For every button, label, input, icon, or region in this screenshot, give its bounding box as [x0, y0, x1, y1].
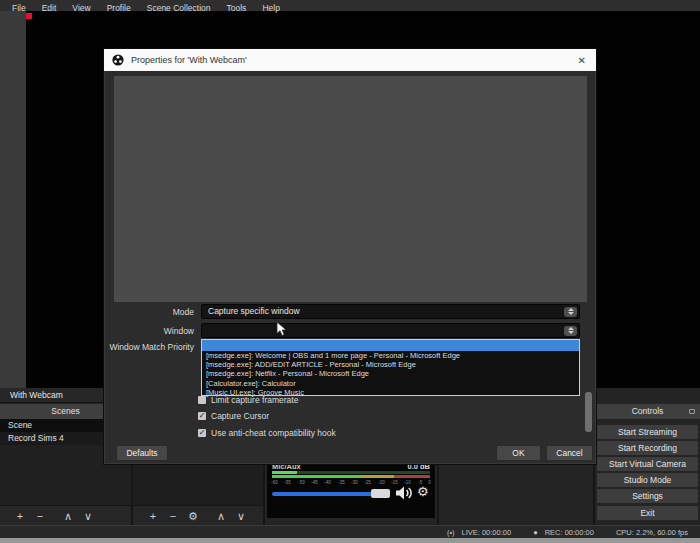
menu-item[interactable]: View	[64, 3, 98, 13]
exit-button[interactable]: Exit	[597, 506, 698, 520]
capture-cursor-checkbox[interactable]: ✓ Capture Cursor	[198, 411, 269, 421]
checkbox-icon[interactable]: ✓	[198, 429, 206, 437]
dialog-title: Properties for 'With Webcam'	[131, 55, 576, 65]
live-timer: LIVE: 00:00:00	[462, 528, 512, 537]
start-streaming-button[interactable]: Start Streaming	[597, 425, 698, 439]
controls-dock-header[interactable]: Controls	[595, 404, 700, 419]
dropdown-option-selected-blank[interactable]	[202, 340, 579, 351]
mode-dropdown-spinner[interactable]	[564, 307, 577, 317]
rec-dot-icon: ●	[533, 528, 538, 537]
move-source-up-icon[interactable]: ∧	[211, 506, 231, 526]
obs-studio-window: FileEditViewProfileScene CollectionTools…	[0, 0, 700, 543]
menu-item[interactable]: File	[4, 3, 34, 13]
properties-dialog: Properties for 'With Webcam' ✕ Mode Capt…	[103, 48, 597, 465]
cpu-fps-stats: CPU: 2.2%, 60.00 fps	[616, 528, 688, 537]
taskbar-strip	[0, 538, 700, 543]
volume-meter-top	[272, 471, 430, 474]
menu-item[interactable]: Edit	[34, 3, 65, 13]
move-scene-up-icon[interactable]: ∧	[58, 506, 78, 526]
dropdown-option[interactable]: [msedge.exe]: Welcome | OBS and 1 more p…	[202, 351, 579, 360]
menu-bar: FileEditViewProfileScene CollectionTools…	[0, 0, 700, 11]
move-scene-down-icon[interactable]: ∨	[78, 506, 98, 526]
window-match-priority-label: Window Match Priority	[104, 342, 194, 352]
settings-button[interactable]: Settings	[597, 489, 698, 503]
limit-capture-framerate-checkbox[interactable]: ✓ Limit capture framerate	[198, 395, 298, 405]
meter-scale-ticks: -60-55-50-45-40-35-30-25-20-15-10-50	[271, 479, 431, 485]
move-source-down-icon[interactable]: ∨	[231, 506, 251, 526]
window-dropdown[interactable]	[201, 323, 580, 338]
dropdown-option[interactable]: [msedge.exe]: Netflix - Personal - Micro…	[202, 369, 579, 378]
studio-mode-button[interactable]: Studio Mode	[597, 473, 698, 487]
mic-aux-mixer: Mic/Aux 0.0 dB -60-55-50-45-40-35-30-25-…	[267, 460, 435, 518]
anti-cheat-hook-checkbox[interactable]: ✓ Use anti-cheat compatibility hook	[198, 428, 336, 438]
speaker-icon[interactable]	[396, 486, 413, 500]
rec-timer: REC: 00:00:00	[545, 528, 594, 537]
dropdown-option[interactable]: [Calculator.exe]: Calculator	[202, 379, 579, 388]
start-virtual-camera-button[interactable]: Start Virtual Camera	[597, 457, 698, 471]
sources-toolbar: + − ⚙ ∧ ∨	[133, 505, 263, 525]
add-scene-icon[interactable]: +	[10, 506, 30, 526]
volume-meter-bottom	[272, 475, 430, 478]
mode-dropdown[interactable]: Capture specific window	[201, 304, 580, 319]
live-signal-icon: (•)	[447, 528, 455, 537]
scenes-toolbar: + − ∧ ∨	[0, 505, 131, 525]
dock-options-icon[interactable]	[689, 409, 695, 414]
remove-scene-icon[interactable]: −	[30, 506, 50, 526]
mixer-settings-gear-icon[interactable]: ⚙	[417, 484, 429, 500]
canvas-left-margin	[0, 11, 26, 388]
menu-item[interactable]: Help	[254, 3, 287, 13]
menu-item[interactable]: Profile	[99, 3, 139, 13]
mode-label: Mode	[104, 307, 194, 317]
dropdown-option[interactable]: [msedge.exe]: ADD/EDIT ARTICLE - Persona…	[202, 360, 579, 369]
ok-button[interactable]: OK	[496, 445, 541, 461]
checkbox-icon[interactable]: ✓	[198, 412, 206, 420]
mouse-cursor	[276, 321, 288, 337]
start-recording-button[interactable]: Start Recording	[597, 441, 698, 455]
window-dropdown-list: [msedge.exe]: Welcome | OBS and 1 more p…	[201, 339, 580, 396]
defaults-button[interactable]: Defaults	[116, 445, 168, 461]
obs-logo-icon	[112, 54, 124, 66]
volume-slider-handle[interactable]	[371, 489, 390, 498]
source-properties-gear-icon[interactable]: ⚙	[183, 506, 203, 526]
dialog-preview-area	[114, 76, 587, 302]
close-icon[interactable]: ✕	[576, 55, 588, 66]
cancel-button[interactable]: Cancel	[546, 445, 593, 461]
remove-source-icon[interactable]: −	[163, 506, 183, 526]
menu-item[interactable]: Tools	[219, 3, 255, 13]
add-source-icon[interactable]: +	[143, 506, 163, 526]
source-list-item-with-webcam[interactable]: With Webcam	[0, 388, 103, 403]
window-label: Window	[104, 326, 194, 336]
menu-item[interactable]: Scene Collection	[139, 3, 219, 13]
dialog-scrollbar-thumb[interactable]	[585, 392, 592, 432]
dialog-titlebar[interactable]: Properties for 'With Webcam' ✕	[104, 49, 596, 71]
checkbox-icon[interactable]: ✓	[198, 396, 206, 404]
window-dropdown-spinner[interactable]	[564, 326, 577, 336]
status-bar: (•) LIVE: 00:00:00 ● REC: 00:00:00 CPU: …	[0, 525, 700, 538]
